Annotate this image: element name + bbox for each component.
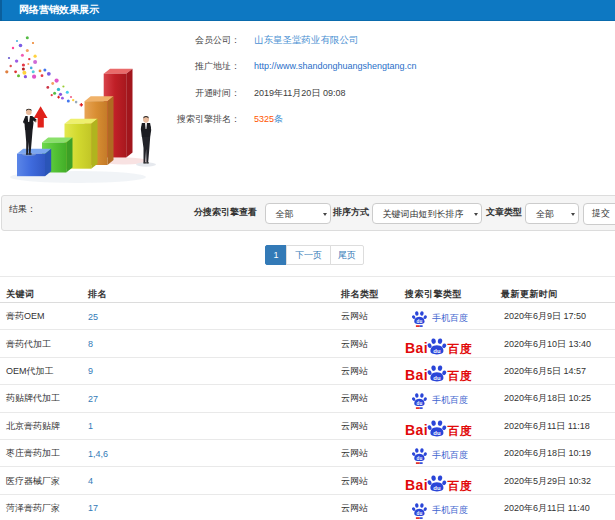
svg-text:Bai: Bai	[405, 367, 428, 383]
svg-text:百度: 百度	[447, 342, 473, 356]
svg-text:百度: 百度	[447, 369, 473, 383]
svg-text:百度: 百度	[447, 424, 473, 438]
svg-text:Bai: Bai	[405, 340, 428, 356]
svg-text:百度: 百度	[447, 479, 473, 493]
svg-text:Bai: Bai	[405, 477, 428, 493]
svg-text:Bai: Bai	[405, 422, 428, 438]
